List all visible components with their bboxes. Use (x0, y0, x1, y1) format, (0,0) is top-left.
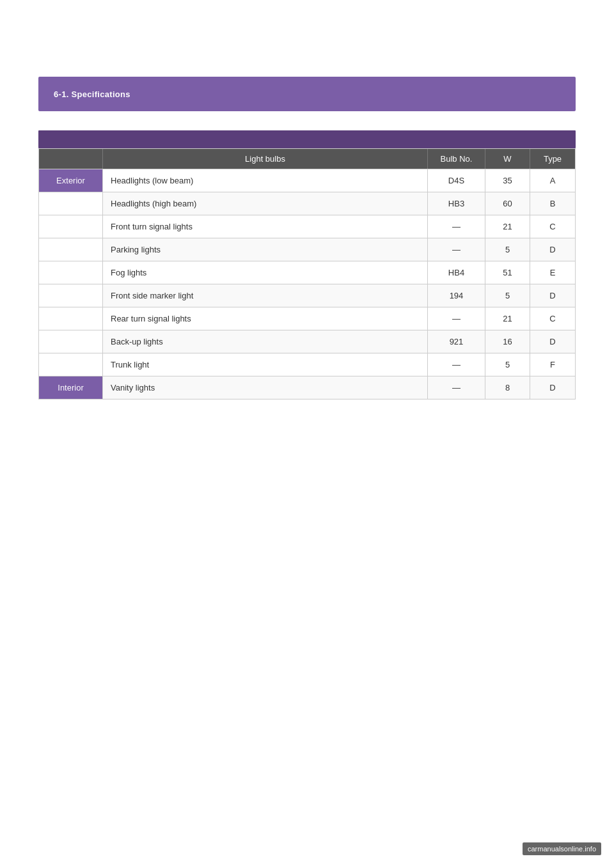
wattage: 35 (485, 169, 530, 192)
bulb-type: F (530, 353, 575, 376)
bulb-no: D4S (428, 169, 485, 192)
table-row: Headlights (high beam) HB3 60 B (39, 192, 575, 215)
bulb-type: D (530, 330, 575, 353)
category-cell-empty (39, 238, 103, 261)
wattage: 5 (485, 284, 530, 307)
table-row: Trunk light — 5 F (39, 353, 575, 376)
light-bulb-name: Fog lights (103, 261, 428, 284)
light-bulb-name: Rear turn signal lights (103, 307, 428, 330)
bulb-type: C (530, 307, 575, 330)
light-bulb-name: Front side marker light (103, 284, 428, 307)
table-row: Front turn signal lights — 21 C (39, 215, 575, 238)
table-row: Parking lights — 5 D (39, 238, 575, 261)
bulb-no: — (428, 376, 485, 399)
category-cell-empty (39, 261, 103, 284)
page-container: 6-1. Specifications Light bulbs Bulb No.… (0, 77, 614, 868)
watermark-text: carmanualsonline.info (528, 845, 596, 853)
col-header-light-bulbs: Light bulbs (103, 149, 428, 169)
bulb-type: E (530, 261, 575, 284)
bulb-type: D (530, 284, 575, 307)
wattage: 5 (485, 238, 530, 261)
col-header-w: W (485, 149, 530, 169)
col-header-type: Type (530, 149, 575, 169)
bulb-no: HB3 (428, 192, 485, 215)
bulb-no: — (428, 307, 485, 330)
section-bar (38, 130, 576, 148)
col-header-bulb-no: Bulb No. (428, 149, 485, 169)
bulb-no: HB4 (428, 261, 485, 284)
table-row: Interior Vanity lights — 8 D (39, 376, 575, 399)
table-row: Front side marker light 194 5 D (39, 284, 575, 307)
bulb-table: Light bulbs Bulb No. W Type Exterior Hea… (38, 148, 576, 399)
category-cell-empty (39, 192, 103, 215)
category-cell-empty (39, 330, 103, 353)
category-cell-empty (39, 307, 103, 330)
bulb-no: 194 (428, 284, 485, 307)
table-row: Back-up lights 921 16 D (39, 330, 575, 353)
wattage: 8 (485, 376, 530, 399)
category-cell-empty (39, 215, 103, 238)
light-bulb-name: Headlights (high beam) (103, 192, 428, 215)
light-bulb-name: Back-up lights (103, 330, 428, 353)
wattage: 51 (485, 261, 530, 284)
header-bar: 6-1. Specifications (38, 77, 576, 111)
col-header-category (39, 149, 103, 169)
watermark: carmanualsonline.info (523, 842, 601, 855)
table-header-row: Light bulbs Bulb No. W Type (39, 149, 575, 169)
bulb-no: — (428, 215, 485, 238)
table-row: Rear turn signal lights — 21 C (39, 307, 575, 330)
category-cell-empty (39, 353, 103, 376)
category-cell-empty (39, 284, 103, 307)
light-bulb-name: Headlights (low beam) (103, 169, 428, 192)
bulb-type: D (530, 238, 575, 261)
table-body: Exterior Headlights (low beam) D4S 35 A … (39, 169, 575, 399)
section-title: 6-1. Specifications (54, 89, 130, 99)
wattage: 60 (485, 192, 530, 215)
light-bulb-name: Front turn signal lights (103, 215, 428, 238)
category-cell-exterior: Exterior (39, 169, 103, 192)
wattage: 21 (485, 307, 530, 330)
light-bulb-name: Trunk light (103, 353, 428, 376)
light-bulb-name: Vanity lights (103, 376, 428, 399)
bulb-no: — (428, 238, 485, 261)
category-cell-interior: Interior (39, 376, 103, 399)
wattage: 21 (485, 215, 530, 238)
table-row: Fog lights HB4 51 E (39, 261, 575, 284)
bulb-type: A (530, 169, 575, 192)
bulb-type: C (530, 215, 575, 238)
bulb-type: D (530, 376, 575, 399)
bulb-type: B (530, 192, 575, 215)
light-bulb-name: Parking lights (103, 238, 428, 261)
table-row: Exterior Headlights (low beam) D4S 35 A (39, 169, 575, 192)
bulb-no: — (428, 353, 485, 376)
wattage: 16 (485, 330, 530, 353)
wattage: 5 (485, 353, 530, 376)
bulb-no: 921 (428, 330, 485, 353)
